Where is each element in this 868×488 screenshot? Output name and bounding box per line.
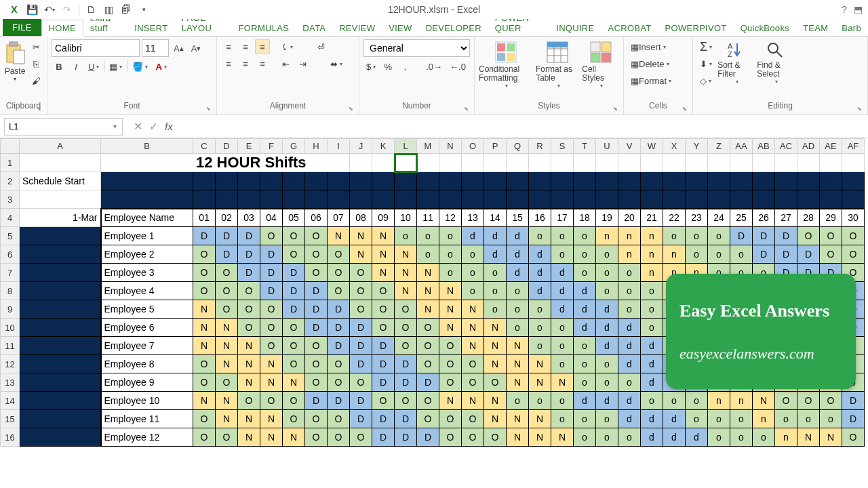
shift-cell[interactable]: O	[216, 264, 238, 282]
col-header-D[interactable]: D	[216, 139, 238, 154]
employee-header[interactable]: Employee Name	[101, 209, 193, 227]
day-header-04[interactable]: 04	[260, 209, 283, 227]
align-left-icon[interactable]: ≡	[221, 56, 236, 71]
shift-cell[interactable]: O	[328, 355, 350, 373]
shift-cell[interactable]: N	[529, 428, 551, 447]
shift-cell[interactable]: D	[238, 227, 260, 245]
select-all-corner[interactable]	[1, 139, 20, 154]
shift-cell[interactable]: o	[551, 319, 574, 337]
shift-cell[interactable]: N	[260, 373, 283, 392]
day-header-05[interactable]: 05	[283, 209, 305, 227]
shift-cell[interactable]: O	[395, 319, 417, 337]
row-header-1[interactable]: 1	[1, 154, 20, 172]
day-header-30[interactable]: 30	[842, 209, 865, 227]
shift-cell[interactable]: d	[686, 428, 708, 447]
shift-cell[interactable]: o	[641, 392, 663, 410]
shift-cell[interactable]: o	[462, 264, 484, 282]
shift-cell[interactable]: D	[283, 282, 305, 300]
cell-styles-button[interactable]: Cell Styles	[582, 39, 619, 92]
col-header-M[interactable]: M	[417, 139, 439, 154]
shift-cell[interactable]: O	[484, 428, 507, 447]
shift-cell[interactable]: D	[372, 428, 395, 447]
shift-cell[interactable]: o	[484, 300, 507, 319]
shift-cell[interactable]: N	[193, 392, 216, 410]
shift-cell[interactable]: N	[372, 245, 395, 264]
shift-cell[interactable]: d	[551, 264, 574, 282]
orientation-icon[interactable]: ⤹	[278, 39, 296, 54]
employee-name[interactable]: Employee 12	[101, 428, 193, 447]
day-header-15[interactable]: 15	[507, 209, 529, 227]
shift-cell[interactable]: O	[328, 410, 350, 428]
shift-cell[interactable]: o	[596, 245, 618, 264]
shift-cell[interactable]: D	[305, 300, 328, 319]
shift-cell[interactable]: d	[507, 227, 529, 245]
employee-name[interactable]: Employee 10	[101, 392, 193, 410]
day-header-21[interactable]: 21	[641, 209, 663, 227]
tab-home[interactable]: HOME	[41, 20, 83, 37]
row-header-3[interactable]: 3	[1, 190, 20, 209]
shift-cell[interactable]: N	[820, 428, 842, 447]
day-header-02[interactable]: 02	[216, 209, 238, 227]
shift-cell[interactable]: O	[193, 373, 216, 392]
shift-cell[interactable]: O	[305, 428, 328, 447]
day-header-23[interactable]: 23	[686, 209, 708, 227]
col-header-V[interactable]: V	[618, 139, 641, 154]
shift-cell[interactable]: N	[238, 410, 260, 428]
comma-format-icon[interactable]: ,	[397, 59, 412, 74]
shift-cell[interactable]: o	[507, 282, 529, 300]
col-header-J[interactable]: J	[350, 139, 372, 154]
shift-cell[interactable]: N	[484, 337, 507, 355]
shift-cell[interactable]: D	[238, 245, 260, 264]
shift-cell[interactable]: D	[417, 373, 439, 392]
shift-cell[interactable]: O	[260, 227, 283, 245]
restore-icon[interactable]: ⬒	[854, 4, 863, 15]
shift-cell[interactable]: N	[260, 428, 283, 447]
shift-cell[interactable]: O	[305, 245, 328, 264]
shift-cell[interactable]: o	[507, 392, 529, 410]
shift-cell[interactable]: o	[618, 300, 641, 319]
shift-cell[interactable]: d	[484, 245, 507, 264]
tab-quickbooks[interactable]: QuickBooks	[734, 20, 796, 36]
col-header-U[interactable]: U	[596, 139, 618, 154]
shift-cell[interactable]: O	[395, 300, 417, 319]
tab-team[interactable]: TEAM	[796, 20, 835, 36]
shift-cell[interactable]: N	[507, 410, 529, 428]
shift-cell[interactable]: D	[216, 245, 238, 264]
shift-cell[interactable]: O	[305, 337, 328, 355]
shift-cell[interactable]: O	[439, 410, 462, 428]
employee-name[interactable]: Employee 11	[101, 410, 193, 428]
shift-cell[interactable]: N	[216, 392, 238, 410]
col-header-T[interactable]: T	[574, 139, 596, 154]
row-header-4[interactable]: 4	[1, 209, 20, 227]
col-header-AB[interactable]: AB	[753, 139, 775, 154]
underline-button[interactable]: U	[85, 59, 102, 74]
shift-cell[interactable]: O	[417, 410, 439, 428]
row-header-5[interactable]: 5	[1, 227, 20, 245]
schedule-start-label[interactable]: Schedule Start	[20, 172, 101, 190]
shift-cell[interactable]: o	[417, 245, 439, 264]
shift-cell[interactable]: n	[663, 245, 686, 264]
shift-cell[interactable]: d	[663, 410, 686, 428]
borders-button[interactable]: ▦	[106, 59, 125, 74]
shift-cell[interactable]: O	[417, 337, 439, 355]
shift-cell[interactable]: O	[775, 392, 797, 410]
shift-cell[interactable]: O	[372, 319, 395, 337]
shift-cell[interactable]: N	[238, 355, 260, 373]
shift-cell[interactable]: o	[686, 410, 708, 428]
shift-cell[interactable]: O	[193, 282, 216, 300]
autosum-icon[interactable]: Σ	[697, 39, 715, 54]
find-select-button[interactable]: Find & Select	[757, 39, 793, 92]
row-header-9[interactable]: 9	[1, 300, 20, 319]
shift-cell[interactable]: n	[775, 428, 797, 447]
shift-cell[interactable]: o	[641, 282, 663, 300]
shift-cell[interactable]: o	[574, 245, 596, 264]
shift-cell[interactable]: N	[439, 392, 462, 410]
shift-cell[interactable]: O	[216, 428, 238, 447]
shift-cell[interactable]: N	[395, 282, 417, 300]
employee-name[interactable]: Employee 8	[101, 355, 193, 373]
shift-cell[interactable]: N	[484, 355, 507, 373]
shift-cell[interactable]: n	[641, 264, 663, 282]
save-icon[interactable]: 💾	[24, 2, 39, 17]
shift-cell[interactable]: D	[372, 373, 395, 392]
shift-cell[interactable]: D	[842, 410, 865, 428]
